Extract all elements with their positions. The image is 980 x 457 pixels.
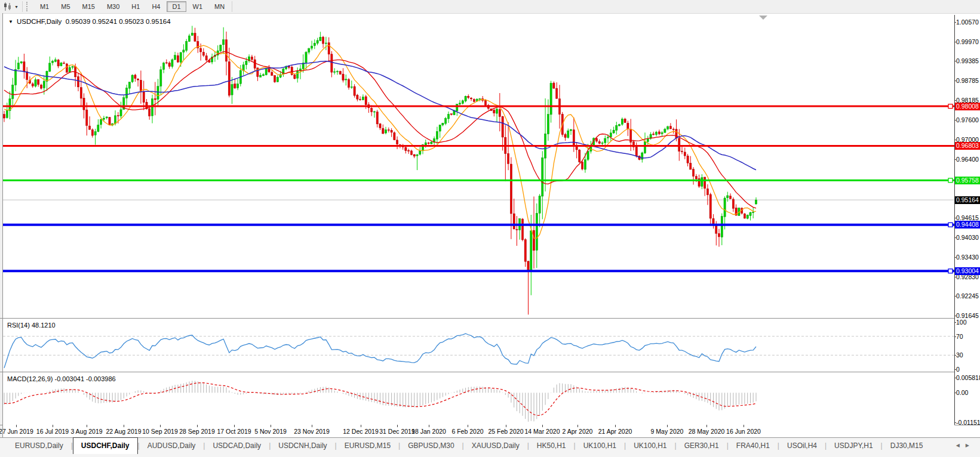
price-tick-label: 0.005818	[956, 374, 980, 381]
price-level-badge: 0.96803	[955, 142, 980, 150]
chart-tab-usoil-h4[interactable]: USOil,H4	[779, 438, 825, 453]
ohlc-expand-icon[interactable]: ▼	[8, 19, 13, 24]
date-tick	[160, 425, 161, 427]
main-chart-canvas[interactable]	[3, 15, 954, 317]
date-tick	[271, 425, 271, 427]
date-tick-label: 31 Dec 2019	[379, 428, 415, 435]
chart-tab-bar: EURUSD,Daily|USDCHF,Daily|AUDUSD,Daily|U…	[0, 437, 980, 457]
date-tick-label: 22 Aug 2019	[106, 428, 142, 435]
chart-tabs: EURUSD,Daily|USDCHF,Daily|AUDUSD,Daily|U…	[7, 438, 930, 453]
chart-tab-dj30-m15[interactable]: DJ30,M15	[883, 438, 931, 453]
date-tick-label: 10 Sep 2019	[142, 428, 178, 435]
macd-indicator-label: MACD(12,26,9) -0.003041 -0.003986	[7, 375, 116, 382]
price-axis[interactable]: 1.005700.999700.993850.987850.981850.976…	[954, 15, 980, 425]
chart-tab-usdchf-daily[interactable]: USDCHF,Daily	[73, 437, 138, 454]
toolbar-divider	[22, 1, 23, 12]
timeframe-buttons: M1M5M15M30H1H4D1W1MN	[34, 3, 231, 10]
date-tick-label: 27 Jun 2019	[0, 428, 33, 435]
timeframe-button-mn[interactable]: MN	[209, 1, 230, 12]
price-tick-label: 0.97600	[956, 116, 980, 123]
timeframe-button-d1[interactable]: D1	[167, 1, 186, 12]
chart-shift-marker-icon[interactable]	[759, 16, 767, 20]
chart-type-icon[interactable]	[2, 2, 14, 11]
date-tick-label: 28 Sep 2019	[179, 428, 215, 435]
timeframe-button-h4[interactable]: H4	[146, 1, 165, 12]
price-tick-label: 0.96400	[956, 156, 980, 163]
rsi-indicator-label: RSI(14) 48.1210	[7, 322, 56, 329]
chart-tab-eurusd-daily[interactable]: EURUSD,Daily	[7, 438, 71, 453]
macd-canvas[interactable]	[3, 373, 954, 425]
price-tick-label: 0.94030	[956, 234, 980, 241]
date-tick	[197, 425, 198, 427]
price-tick-label: 70	[956, 333, 980, 340]
date-tick-label: 25 Feb 2020	[489, 428, 524, 435]
date-tick-label: 17 Oct 2019	[217, 428, 251, 435]
date-tick	[87, 425, 87, 427]
date-tick	[234, 425, 235, 427]
date-tick	[361, 425, 361, 427]
chart-tab-hk50-h1[interactable]: HK50,H1	[529, 438, 574, 453]
date-tick	[615, 425, 616, 427]
chart-tab-gbpusd-m30[interactable]: GBPUSD,M30	[400, 438, 462, 453]
chart-tab-xauusd-daily[interactable]: XAUUSD,Daily	[464, 438, 527, 453]
main-chart-panel	[3, 15, 954, 317]
date-tick-label: 21 Apr 2020	[598, 428, 632, 435]
chart-tab-audusd-daily[interactable]: AUDUSD,Daily	[140, 438, 204, 453]
chart-type-dropdown-icon[interactable]: ▼	[14, 5, 19, 9]
panel-splitter[interactable]	[0, 318, 980, 319]
date-tick-label: 3 Aug 2019	[70, 428, 102, 435]
date-tick-label: 6 Feb 2020	[451, 428, 483, 435]
timeframe-button-m1[interactable]: M1	[35, 1, 54, 12]
rsi-canvas[interactable]	[3, 319, 954, 371]
chart-tab-fra40-h1[interactable]: FRA40,H1	[729, 438, 778, 453]
date-tick	[16, 425, 17, 427]
chart-tab-usdjpy-h1[interactable]: USDJPY,H1	[827, 438, 880, 453]
price-level-badge: 0.95758	[955, 177, 980, 184]
timeframe-button-m5[interactable]: M5	[56, 1, 75, 12]
chart-tab-usdcnh-daily[interactable]: USDCNH,Daily	[271, 438, 334, 453]
tab-scroll-right-icon[interactable]: ▶	[966, 443, 975, 448]
timeframe-button-m15[interactable]: M15	[77, 1, 100, 12]
price-tick-label: 0.92245	[956, 292, 980, 299]
toolbar-grip[interactable]	[26, 2, 30, 11]
date-tick	[53, 425, 53, 427]
date-tick	[312, 425, 312, 427]
date-tick	[124, 425, 124, 427]
price-tick-label: 0.99385	[956, 57, 980, 64]
date-tick	[542, 425, 543, 427]
chart-title: ▼USDCHF,Daily 0.95039 0.95241 0.95023 0.…	[8, 18, 171, 25]
chart-tab-eurusd-m15[interactable]: EURUSD,M15	[337, 438, 398, 453]
panel-splitter[interactable]	[0, 372, 980, 372]
date-tick-label: 16 Jul 2019	[36, 428, 69, 435]
price-tick-label: 1.00570	[956, 18, 980, 26]
timeframe-button-h1[interactable]: H1	[126, 1, 145, 12]
date-tick-label: 23 Nov 2019	[294, 428, 330, 435]
macd-panel	[3, 373, 954, 425]
rsi-panel	[3, 319, 954, 371]
timeframe-button-w1[interactable]: W1	[188, 1, 208, 12]
chart-tab-uk100-h1[interactable]: UK100,H1	[576, 438, 624, 453]
chart-tab-uk100-h1[interactable]: UK100,H1	[626, 438, 674, 453]
mt4-terminal: ▼ M1M5M15M30H1H4D1W1MN ▼USDCHF,Daily 0.9…	[0, 0, 980, 457]
chart-symbol-label: USDCHF,Daily	[17, 18, 62, 25]
date-tick-label: 14 Mar 2020	[525, 428, 560, 435]
tab-scroll-arrows: ◀▶	[956, 443, 975, 448]
date-tick	[667, 425, 668, 427]
timeframe-button-m30[interactable]: M30	[102, 1, 125, 12]
date-tick	[397, 425, 398, 427]
toolbar-divider	[232, 1, 232, 12]
date-tick	[429, 425, 429, 427]
chart-tab-usdcad-daily[interactable]: USDCAD,Daily	[205, 438, 269, 453]
date-tick	[744, 425, 744, 427]
date-tick-label: 28 May 2020	[689, 428, 725, 435]
date-tick-label: 12 Dec 2019	[343, 428, 379, 435]
date-tick-label: 18 Jan 2020	[411, 428, 446, 435]
date-tick-label: 9 May 2020	[651, 428, 684, 435]
price-tick-label: 100	[956, 319, 980, 326]
tab-scroll-left-icon[interactable]: ◀	[956, 443, 966, 448]
date-tick	[506, 425, 506, 427]
timeframe-toolbar: ▼ M1M5M15M30H1H4D1W1MN	[0, 0, 980, 14]
date-tick-label: 16 Jun 2020	[726, 428, 761, 435]
price-tick-label: 0.93430	[956, 254, 980, 261]
chart-tab-ger30-h1[interactable]: GER30,H1	[677, 438, 727, 453]
